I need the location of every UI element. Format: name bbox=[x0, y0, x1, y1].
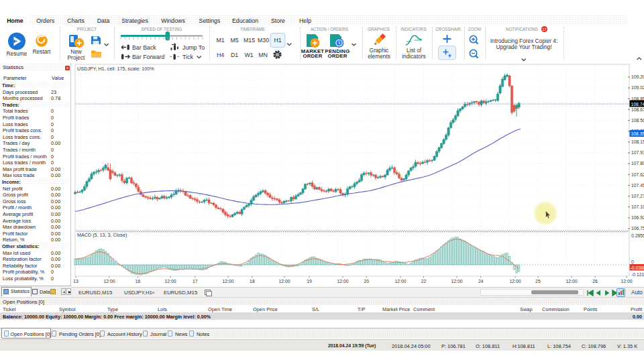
svg-text:12:00: 12:00 bbox=[566, 279, 577, 284]
svg-text:20: 20 bbox=[364, 279, 370, 284]
svg-text:22: 22 bbox=[421, 279, 427, 284]
svg-text:108.500: 108.500 bbox=[631, 118, 644, 123]
svg-text:12:00: 12:00 bbox=[621, 279, 632, 284]
svg-text:106.925: 106.925 bbox=[631, 215, 644, 220]
svg-text:108.675: 108.675 bbox=[631, 107, 644, 112]
svg-text:25: 25 bbox=[535, 279, 541, 284]
svg-text:108.150: 108.150 bbox=[631, 139, 644, 144]
svg-text:18: 18 bbox=[250, 279, 255, 284]
svg-text:19: 19 bbox=[307, 279, 312, 284]
svg-text:12:00: 12:00 bbox=[222, 279, 233, 284]
svg-text:17: 17 bbox=[193, 279, 198, 284]
svg-text:12:00: 12:00 bbox=[509, 279, 521, 284]
svg-text:16: 16 bbox=[136, 279, 141, 284]
svg-text:108.747: 108.747 bbox=[631, 102, 644, 107]
svg-text:12:00: 12:00 bbox=[337, 279, 348, 284]
svg-text:-0.1214: -0.1214 bbox=[631, 272, 644, 277]
svg-text:106.750: 106.750 bbox=[631, 226, 644, 231]
svg-text:12:00: 12:00 bbox=[394, 279, 406, 284]
svg-text:12:00: 12:00 bbox=[164, 279, 176, 284]
svg-text:107.975: 107.975 bbox=[631, 150, 644, 155]
svg-text:109.200: 109.200 bbox=[631, 74, 644, 79]
svg-text:108.353: 108.353 bbox=[631, 131, 644, 136]
svg-text:12:00: 12:00 bbox=[103, 279, 115, 284]
svg-text:107.100: 107.100 bbox=[631, 204, 644, 209]
svg-text:0: 0 bbox=[631, 259, 634, 264]
svg-text:107.275: 107.275 bbox=[631, 194, 644, 198]
svg-text:12:00: 12:00 bbox=[278, 279, 290, 284]
svg-text:107.625: 107.625 bbox=[631, 172, 644, 177]
svg-text:108.850: 108.850 bbox=[631, 97, 644, 101]
svg-text:109.025: 109.025 bbox=[631, 85, 644, 90]
svg-text:107.450: 107.450 bbox=[631, 183, 644, 188]
svg-text:12:00: 12:00 bbox=[451, 279, 462, 284]
svg-text:MACD (5, 13, 3, Close): MACD (5, 13, 3, Close) bbox=[77, 232, 127, 238]
svg-text:107.800: 107.800 bbox=[631, 161, 644, 166]
svg-text:13: 13 bbox=[73, 279, 78, 284]
svg-text:USDJPY, H1, cell: 175, scale:: USDJPY, H1, cell: 175, scale: 100% bbox=[77, 66, 154, 72]
svg-text:-0.0388: -0.0388 bbox=[631, 265, 644, 270]
svg-text:0.2855: 0.2855 bbox=[631, 233, 644, 238]
svg-text:24: 24 bbox=[478, 279, 484, 284]
svg-text:26: 26 bbox=[592, 279, 598, 284]
